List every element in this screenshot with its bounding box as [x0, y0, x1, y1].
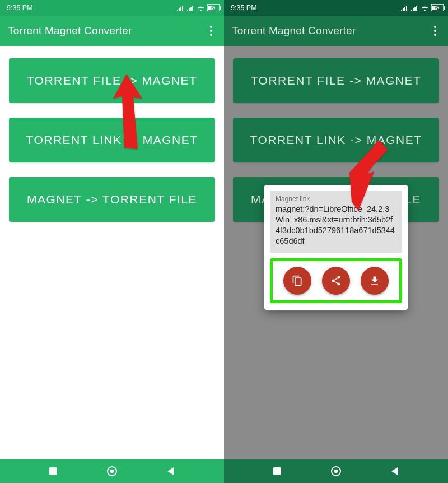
status-time: 9:35 PM: [7, 4, 33, 12]
magnet-link-field[interactable]: Magnet link magnet:?dn=LibreOffice_24.2.…: [270, 191, 402, 253]
signal-icon: [400, 5, 408, 11]
svg-rect-9: [273, 467, 281, 475]
magnet-result-dialog: Magnet link magnet:?dn=LibreOffice_24.2.…: [264, 185, 408, 310]
svg-point-5: [110, 470, 114, 473]
status-time: 9:35 PM: [231, 4, 257, 12]
torrent-link-to-magnet-button[interactable]: TORRENT LINK -> MAGNET: [9, 118, 215, 162]
battery-level: 62: [435, 5, 441, 11]
magnet-link-value: magnet:?dn=LibreOffice_24.2.3_Win_x86.ms…: [276, 204, 396, 247]
signal-icon: [186, 5, 194, 11]
signal-icon: [410, 5, 418, 11]
overflow-menu-button[interactable]: [430, 26, 440, 36]
screenshot-left: 9:35 PM 62 Torrent Magnet Converter TORR…: [0, 0, 224, 483]
nav-recent-icon[interactable]: [272, 466, 282, 476]
app-title: Torrent Magnet Converter: [232, 25, 356, 37]
svg-rect-7: [444, 6, 445, 10]
nav-home-icon[interactable]: [330, 466, 342, 477]
wifi-icon: [421, 5, 429, 11]
status-bar: 9:35 PM 62: [0, 0, 224, 16]
main-content-dimmed: TORRENT FILE -> MAGNET TORRENT LINK -> M…: [224, 46, 448, 459]
torrent-file-to-magnet-button[interactable]: TORRENT FILE -> MAGNET: [9, 58, 215, 103]
nav-back-icon[interactable]: [390, 466, 400, 476]
magnet-link-label: Magnet link: [276, 195, 396, 203]
nav-back-icon[interactable]: [166, 466, 176, 476]
svg-rect-1: [220, 6, 221, 10]
svg-rect-3: [49, 467, 57, 475]
status-indicators: 62: [400, 4, 441, 11]
torrent-link-to-magnet-button: TORRENT LINK -> MAGNET: [233, 118, 439, 162]
battery-level: 62: [211, 5, 217, 11]
app-title: Torrent Magnet Converter: [8, 25, 132, 37]
download-button[interactable]: [361, 267, 389, 295]
system-nav-bar: [224, 459, 448, 483]
nav-home-icon[interactable]: [106, 466, 118, 477]
signal-icon: [176, 5, 184, 11]
copy-icon: [292, 275, 303, 286]
download-icon: [369, 275, 380, 286]
system-nav-bar: [0, 459, 224, 483]
status-indicators: 62: [176, 4, 217, 11]
share-button[interactable]: [322, 267, 350, 295]
app-bar: Torrent Magnet Converter: [224, 16, 448, 46]
nav-recent-icon[interactable]: [48, 466, 58, 476]
overflow-menu-button[interactable]: [206, 26, 216, 36]
svg-point-11: [334, 470, 338, 473]
status-bar: 9:35 PM 62: [224, 0, 448, 16]
dialog-action-row: [270, 258, 402, 303]
wifi-icon: [197, 5, 205, 11]
torrent-file-to-magnet-button: TORRENT FILE -> MAGNET: [233, 58, 439, 103]
main-content: TORRENT FILE -> MAGNET TORRENT LINK -> M…: [0, 46, 224, 459]
app-bar: Torrent Magnet Converter: [0, 16, 224, 46]
magnet-to-torrent-file-button[interactable]: MAGNET -> TORRENT FILE: [9, 177, 215, 222]
share-icon: [330, 275, 342, 286]
screenshot-right: 9:35 PM 62 Torrent Magnet Converter TORR…: [224, 0, 448, 483]
copy-button[interactable]: [283, 267, 311, 295]
